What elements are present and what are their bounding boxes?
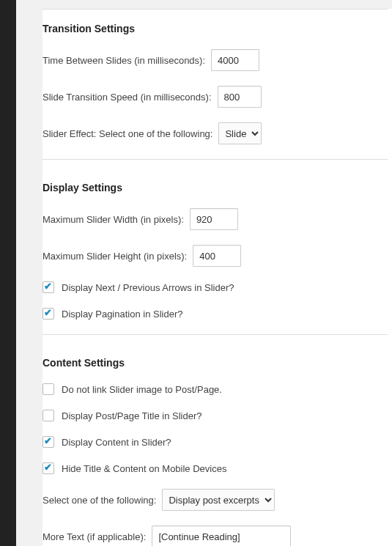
input-time-between[interactable] (211, 49, 259, 71)
field-no-link: Do not link Slider image to Post/Page. (42, 376, 388, 402)
field-show-content: Display Content in Slider? (42, 429, 388, 455)
field-slider-effect: Slider Effect: Select one of the followi… (42, 115, 388, 152)
field-display-pagination: Display Pagination in Slider? (42, 300, 388, 327)
label-transition-speed: Slide Transition Speed (in milliseconds)… (42, 92, 212, 103)
field-time-between: Time Between Slides (in milliseconds): (42, 42, 388, 78)
label-slider-effect: Slider Effect: Select one of the followi… (42, 128, 212, 139)
section-title-transition: Transition Settings (42, 10, 388, 42)
label-hide-mobile[interactable]: Hide Title & Content on Mobile Devices (62, 463, 226, 474)
field-hide-mobile: Hide Title & Content on Mobile Devices (42, 455, 388, 482)
checkbox-show-title[interactable] (42, 410, 54, 421)
label-display-pagination[interactable]: Display Pagination in Slider? (62, 309, 182, 320)
input-max-height[interactable] (193, 245, 241, 267)
label-max-height: Maximum Slider Height (in pixels): (42, 251, 187, 262)
checkbox-display-arrows[interactable] (42, 281, 54, 293)
field-show-title: Display Post/Page Title in Slider? (42, 402, 388, 429)
section-title-content: Content Settings (42, 344, 388, 376)
field-transition-speed: Slide Transition Speed (in milliseconds)… (42, 78, 388, 115)
checkbox-display-pagination[interactable] (42, 308, 54, 320)
label-max-width: Maximum Slider Width (in pixels): (42, 214, 184, 225)
checkbox-hide-mobile[interactable] (42, 462, 54, 474)
field-content-select: Select one of the following: Display pos… (42, 482, 388, 518)
label-content-select: Select one of the following: (42, 495, 156, 506)
label-show-title[interactable]: Display Post/Page Title in Slider? (62, 410, 201, 421)
select-slider-effect[interactable]: Slide (218, 122, 262, 144)
field-more-text: More Text (if applicable): (42, 518, 388, 546)
label-show-content[interactable]: Display Content in Slider? (62, 437, 171, 448)
label-display-arrows[interactable]: Display Next / Previous Arrows in Slider… (62, 282, 234, 293)
select-content-type[interactable]: Display post excerpts (162, 489, 275, 511)
label-no-link[interactable]: Do not link Slider image to Post/Page. (62, 384, 222, 395)
input-more-text[interactable] (152, 525, 291, 546)
section-transition: Transition Settings Time Between Slides … (42, 10, 388, 169)
checkbox-show-content[interactable] (42, 436, 54, 448)
input-transition-speed[interactable] (218, 86, 262, 108)
checkbox-no-link[interactable] (42, 383, 54, 395)
input-max-width[interactable] (190, 208, 238, 230)
section-display: Display Settings Maximum Slider Width (i… (42, 169, 388, 344)
admin-sidebar (0, 0, 16, 546)
label-time-between: Time Between Slides (in milliseconds): (42, 55, 205, 66)
field-max-height: Maximum Slider Height (in pixels): (42, 237, 388, 274)
divider (42, 334, 388, 335)
field-display-arrows: Display Next / Previous Arrows in Slider… (42, 274, 388, 300)
section-title-display: Display Settings (42, 169, 388, 201)
label-more-text: More Text (if applicable): (42, 531, 146, 542)
field-max-width: Maximum Slider Width (in pixels): (42, 201, 388, 237)
section-content: Content Settings Do not link Slider imag… (42, 344, 388, 546)
divider (42, 159, 388, 160)
